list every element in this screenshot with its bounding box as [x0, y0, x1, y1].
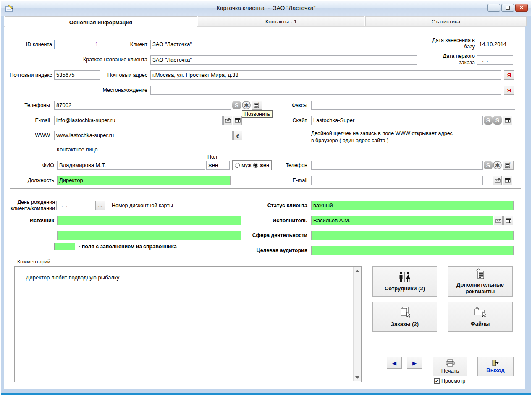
discount-card-field[interactable]	[176, 201, 241, 210]
email-list-icon[interactable]	[233, 116, 242, 125]
prev-record-button[interactable]: ◀	[387, 357, 402, 369]
www-field[interactable]: www.lastochka-super.ru	[54, 131, 233, 140]
scroll-up-icon[interactable]	[355, 270, 359, 272]
files-button-label: Файлы	[471, 320, 490, 327]
folder-icon	[473, 307, 487, 318]
tab-statistics[interactable]: Статистика	[365, 16, 527, 26]
browser-icon[interactable]: e	[233, 131, 242, 140]
client-field[interactable]: ЗАО "Ласточка"	[150, 40, 417, 49]
minimize-button[interactable]: —	[487, 4, 500, 12]
faxes-field[interactable]	[311, 101, 515, 110]
dial-asterisk-icon[interactable]: ∗	[242, 101, 251, 109]
skype-list-icon[interactable]	[503, 116, 512, 125]
print-button[interactable]: Печать	[433, 357, 467, 376]
contact-email-field[interactable]	[311, 176, 483, 185]
employees-button[interactable]: Сотрудники (2)	[372, 266, 437, 297]
label-audience: Целевая аудитория	[249, 248, 307, 254]
label-email: E-mail	[21, 117, 50, 124]
skype-icon[interactable]: S	[484, 161, 493, 169]
birthday-field[interactable]: . .	[56, 201, 94, 210]
extra-details-button-label: Дополнительные реквизиты	[453, 281, 508, 295]
skype-add-icon[interactable]: S	[493, 116, 502, 125]
client-id-field[interactable]: 1	[54, 40, 100, 49]
postal-address-field[interactable]: г.Москва, ул. Проспект Мира, д.38	[150, 70, 501, 80]
files-button[interactable]: Файлы	[448, 302, 513, 332]
label-location: Местонахождение	[95, 87, 147, 94]
first-order-date-field[interactable]: . .	[477, 55, 513, 65]
preview-checkbox[interactable]: ✓ Просмотр	[434, 378, 465, 384]
next-record-button[interactable]: ▶	[407, 357, 422, 369]
postal-code-field[interactable]: 535675	[54, 70, 100, 80]
phones-field[interactable]: 87002	[54, 101, 231, 110]
skype-field[interactable]: Lastochka-Super	[311, 116, 483, 125]
call-icon[interactable]: *	[503, 161, 514, 170]
comment-scrollbar[interactable]	[353, 267, 361, 381]
send-mail-icon[interactable]	[223, 116, 232, 125]
source-field[interactable]	[57, 216, 241, 225]
call-icon[interactable]: *	[252, 101, 262, 110]
radio-male-label: муж	[241, 162, 252, 168]
comment-textarea[interactable]: Директор любит подводную рыбалку	[14, 266, 362, 382]
scroll-down-icon[interactable]	[355, 376, 359, 379]
radio-male[interactable]	[235, 163, 240, 168]
manager-list-icon[interactable]	[503, 216, 513, 225]
email-field[interactable]: info@lastochka-super.ru	[54, 116, 223, 125]
label-activity: Сфера деятельности	[249, 232, 307, 239]
birthday-browse-button[interactable]: ...	[95, 201, 105, 210]
location-field[interactable]	[150, 86, 501, 95]
label-short-name: Краткое название клиента	[72, 57, 147, 63]
ya-button-location[interactable]: Я	[504, 86, 514, 95]
skype-icon[interactable]: S	[232, 101, 241, 109]
label-client-id: ID клиента	[10, 42, 52, 48]
next-icon: ▶	[412, 360, 417, 366]
dial-asterisk-icon[interactable]: ∗	[493, 161, 502, 169]
audience-field[interactable]	[311, 246, 514, 255]
client-status-field[interactable]: важный	[311, 201, 514, 210]
label-manager: Исполнитель	[265, 218, 307, 224]
send-mail-icon[interactable]	[493, 176, 502, 185]
close-button[interactable]: ✕	[515, 4, 528, 12]
fio-field[interactable]: Владимирова М.Т.	[57, 161, 205, 170]
content-area: Основная информация Контакты - 1 Статист…	[4, 16, 525, 389]
date-added-field[interactable]: 14.10.2014	[477, 40, 513, 49]
client-card-window: Карточка клиента - ЗАО "Ласточка" — ✕ Ос…	[0, 0, 532, 396]
ya-button-postal[interactable]: Я	[504, 70, 514, 80]
restore-button[interactable]	[501, 4, 514, 12]
activity-field[interactable]	[311, 231, 514, 240]
send-mail-icon[interactable]	[494, 216, 503, 225]
extra-details-button[interactable]: Дополнительные реквизиты	[448, 266, 513, 297]
www-note-line1: Двойной щелчек на запись в поле WWW откр…	[311, 130, 453, 136]
position-field[interactable]: Директор	[57, 176, 231, 185]
source-extra-field[interactable]	[57, 231, 241, 240]
label-client-status: Статус клиента	[265, 203, 307, 209]
restore-icon	[506, 6, 510, 10]
titlebar: Карточка клиента - ЗАО "Ласточка" — ✕	[1, 1, 531, 16]
tab-main-info[interactable]: Основная информация	[5, 16, 197, 28]
employees-icon	[398, 271, 412, 282]
ya-glyph: Я	[507, 72, 511, 78]
orders-button[interactable]: Заказы (2)	[372, 302, 437, 332]
window-frame-accent	[1, 393, 531, 395]
window-title: Карточка клиента - ЗАО "Ласточка"	[1, 5, 531, 11]
exit-button[interactable]: Выход	[477, 357, 514, 376]
skype-call-icon[interactable]: S	[484, 116, 493, 125]
label-birthday: День рождения клиента/компании	[4, 199, 55, 212]
label-skype: Скайп	[282, 117, 307, 124]
manager-field[interactable]: Васильев А.М.	[311, 216, 493, 225]
radio-female-label: жен	[260, 162, 269, 168]
label-date-added: Дата занесения в базу	[432, 37, 475, 50]
contact-phone-field[interactable]	[311, 161, 483, 170]
label-gender: Пол	[207, 154, 224, 160]
comment-text: Директор любит подводную рыбалку	[26, 274, 120, 281]
email-list-icon[interactable]	[503, 176, 512, 185]
exit-door-icon	[491, 360, 500, 366]
window-frame-right	[525, 16, 531, 395]
gender-display-field[interactable]: жен	[206, 161, 230, 170]
label-contact-phone: Телефон	[278, 162, 307, 169]
close-icon: ✕	[519, 5, 523, 10]
tab-contacts[interactable]: Контакты - 1	[198, 16, 364, 26]
radio-female[interactable]	[253, 163, 258, 168]
short-name-field[interactable]: ЗАО "Ласточка"	[150, 55, 417, 65]
ya-glyph: Я	[507, 87, 511, 94]
dictionary-legend-note: - поля с заполнением из справочника	[79, 244, 177, 250]
